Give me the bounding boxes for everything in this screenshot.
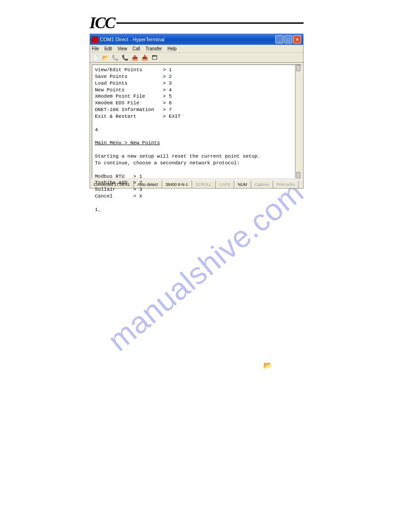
logo: ICC [90, 13, 115, 32]
terminal-message: To continue, choose a secondary network … [95, 160, 240, 166]
maximize-button[interactable]: □ [284, 35, 292, 43]
menu-call[interactable]: Call [133, 46, 140, 51]
terminal-container: View/Edit Points > 1 Save Points > 2 Loa… [90, 63, 303, 180]
connect-icon[interactable]: 📞 [111, 54, 119, 61]
status-num: NUM [234, 180, 251, 188]
menu-line: Exit & Restart > EXIT [95, 114, 180, 119]
open-icon[interactable]: 📂 [102, 54, 109, 61]
menu-line: Load Points > 3 [95, 81, 172, 86]
menu-file[interactable]: File [92, 46, 99, 51]
toolbar: 📄 📂 📞 📞 📤 📥 🗔 [90, 53, 303, 63]
titlebar[interactable]: COM1 Direct - HyperTerminal _ □ × [90, 34, 303, 45]
folder-icon: 📂 [263, 361, 271, 368]
disconnect-icon[interactable]: 📞 [121, 54, 128, 61]
app-icon [92, 36, 98, 43]
menu-line: DNET-100 Information > 7 [95, 107, 172, 112]
menu-line: Save Points > 2 [95, 74, 172, 79]
status-caps: CAPS [216, 180, 235, 188]
header-rule [116, 22, 304, 24]
protocol-line: Sullair > 3 [95, 187, 142, 192]
menu-transfer[interactable]: Transfer [146, 46, 162, 51]
window-title: COM1 Direct - HyperTerminal [100, 37, 275, 42]
menu-line: New Points > 4 [95, 87, 172, 93]
minimize-button[interactable]: _ [275, 35, 283, 43]
receive-icon[interactable]: 📥 [141, 54, 148, 61]
status-scroll: SCROLL [192, 180, 216, 188]
protocol-line: Modbus RTU > 1 [95, 174, 142, 179]
properties-icon[interactable]: 🗔 [151, 54, 158, 61]
menu-line: Xmodem EDS File > 6 [95, 100, 172, 106]
menu-line: View/Edit Points > 1 [95, 67, 172, 73]
hyperterminal-window: COM1 Direct - HyperTerminal _ □ × File E… [90, 34, 304, 189]
status-printecho: Print echo [273, 180, 299, 188]
terminal-breadcrumb: Main Menu > New Points [95, 140, 160, 146]
send-icon[interactable]: 📤 [131, 54, 138, 61]
terminal-input: 1_ [95, 207, 101, 212]
terminal[interactable]: View/Edit Points > 1 Save Points > 2 Loa… [92, 64, 301, 178]
status-baud: 38400 8-N-1 [162, 180, 192, 188]
menu-edit[interactable]: Edit [104, 46, 112, 51]
menubar: File Edit View Call Transfer Help [90, 45, 303, 53]
close-button[interactable]: × [293, 35, 301, 43]
menu-help[interactable]: Help [167, 46, 177, 51]
new-icon[interactable]: 📄 [92, 54, 99, 61]
scrollbar-vertical[interactable] [295, 65, 301, 178]
protocol-line: Toshiba ASD > 2 [95, 180, 142, 185]
menu-view[interactable]: View [117, 46, 127, 51]
watermark-text: manualshive.com [101, 174, 310, 358]
protocol-line: Cancel > X [95, 193, 142, 199]
menu-line: Xmodem Point File > 5 [95, 94, 172, 99]
status-capture: Capture [251, 180, 273, 188]
page-header: ICC [90, 13, 304, 32]
terminal-input: 4 [95, 127, 98, 133]
terminal-message: Starting a new setup will reset the curr… [95, 154, 261, 159]
